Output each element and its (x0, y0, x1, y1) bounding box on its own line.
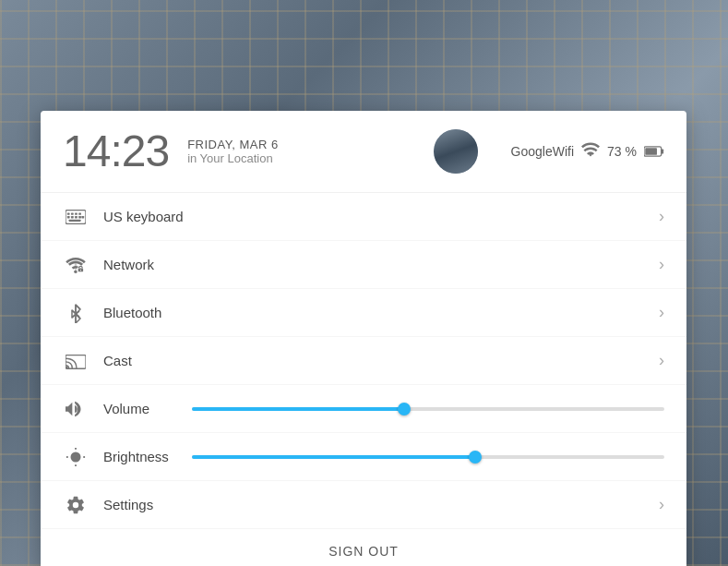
volume-label-group: Volume (63, 396, 192, 422)
menu-item-bluetooth[interactable]: Bluetooth › (41, 289, 686, 337)
svg-point-24 (66, 366, 68, 368)
volume-label: Volume (103, 401, 192, 416)
svg-rect-9 (71, 216, 74, 218)
brightness-label: Brightness (103, 449, 192, 464)
chevron-icon: › (659, 303, 664, 322)
brightness-label-group: Brightness (63, 444, 192, 470)
settings-icon (63, 492, 89, 518)
volume-slider-track (192, 400, 664, 418)
svg-rect-10 (75, 216, 78, 218)
svg-rect-7 (78, 212, 81, 214)
quick-settings-panel: 14:23 FRIDAY, MAR 6 in Your Location Goo… (41, 111, 686, 566)
volume-icon (63, 396, 89, 422)
wifi-icon (581, 142, 600, 161)
svg-rect-4 (67, 212, 70, 214)
chevron-icon: › (659, 255, 664, 274)
sign-out-button[interactable]: SIGN OUT (328, 544, 399, 559)
chevron-icon: › (659, 495, 664, 514)
battery-percent: 73 % (607, 144, 637, 159)
panel-header: 14:23 FRIDAY, MAR 6 in Your Location Goo… (41, 111, 686, 193)
network-icon (63, 252, 89, 278)
menu-list: US keyboard › Network › (41, 193, 686, 529)
brightness-row: Brightness (41, 433, 686, 481)
avatar[interactable] (434, 129, 478, 174)
cast-label: Cast (103, 353, 659, 368)
battery-icon (644, 145, 664, 158)
svg-rect-1 (662, 149, 664, 153)
wifi-name: GoogleWifi (511, 144, 574, 159)
brightness-icon (63, 444, 89, 470)
chevron-icon: › (659, 351, 664, 370)
svg-rect-6 (75, 212, 78, 214)
svg-rect-11 (78, 216, 81, 218)
date-location: in Your Location (187, 151, 278, 165)
cast-icon (63, 348, 89, 374)
date-day: FRIDAY, MAR 6 (187, 138, 278, 151)
status-bar: GoogleWifi 73 % (511, 142, 664, 161)
menu-item-network[interactable]: Network › (41, 241, 686, 289)
brightness-slider-track (192, 448, 664, 466)
menu-item-cast[interactable]: Cast › (41, 337, 686, 385)
menu-item-keyboard[interactable]: US keyboard › (41, 193, 686, 241)
settings-label: Settings (103, 497, 659, 512)
svg-rect-8 (67, 216, 70, 218)
keyboard-icon (63, 204, 89, 230)
sign-out-row: SIGN OUT (41, 529, 686, 566)
svg-rect-12 (81, 216, 84, 218)
keyboard-label: US keyboard (103, 209, 659, 224)
chevron-icon: › (659, 207, 664, 226)
network-label: Network (103, 257, 659, 272)
svg-point-14 (74, 270, 78, 273)
date-block: FRIDAY, MAR 6 in Your Location (187, 138, 278, 165)
clock: 14:23 (63, 129, 169, 174)
svg-rect-17 (80, 269, 81, 270)
svg-rect-5 (71, 212, 74, 214)
bluetooth-label: Bluetooth (103, 305, 659, 320)
menu-item-settings[interactable]: Settings › (41, 481, 686, 529)
volume-row: Volume (41, 385, 686, 433)
svg-rect-2 (645, 148, 657, 155)
svg-rect-13 (69, 219, 81, 221)
bluetooth-icon (63, 300, 89, 326)
